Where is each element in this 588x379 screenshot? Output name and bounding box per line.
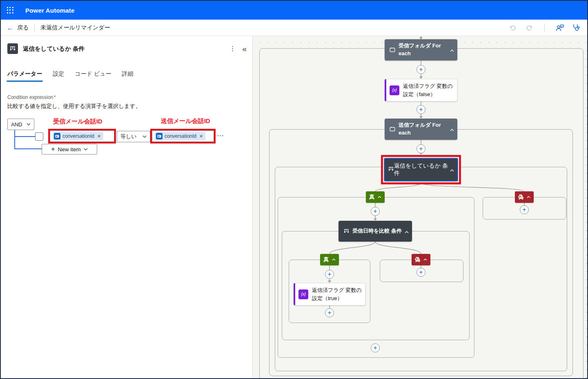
panel-tabs: パラメーター 設定 コード ビュー 詳細 (7, 70, 134, 82)
copilot-button[interactable] (553, 22, 567, 34)
toolbar-divider (34, 23, 35, 32)
node-condition-datetime[interactable]: 受信日時を比較 条件 (339, 221, 412, 242)
right-operand-field[interactable]: conversationId ✕ (152, 130, 214, 142)
app-launcher-button[interactable] (1, 1, 20, 20)
tab-settings[interactable]: 設定 (53, 70, 64, 82)
conversationid-token[interactable]: conversationId ✕ (155, 132, 205, 140)
collapse-branch-chevron-icon (378, 196, 381, 198)
variable-icon: {x} (390, 85, 399, 95)
plus-icon: + (51, 146, 55, 153)
conversationid-token[interactable]: conversationId ✕ (53, 132, 103, 140)
stethoscope-icon (572, 24, 580, 31)
tab-code-view[interactable]: コード ビュー (75, 70, 111, 82)
annotation-box-left-operand: conversationId ✕ (48, 129, 116, 144)
action-properties-panel: 返信をしているか 条件 ⋮ « パラメーター 設定 コード ビュー 詳細 Con… (1, 36, 253, 378)
condition-row-checkbox[interactable] (35, 132, 43, 141)
collapse-node-chevron-icon[interactable] (450, 126, 454, 132)
undo-icon (509, 25, 517, 31)
flow-designer-canvas[interactable]: + + + + + + + + + 受信フォルダ For each (253, 36, 587, 378)
builder-tree-line (14, 148, 42, 149)
more-actions-button[interactable]: ⋮ (229, 45, 236, 52)
tab-about[interactable]: 詳細 (122, 70, 134, 82)
condition-expression-label: Condition expression* (7, 94, 56, 100)
collapse-node-chevron-icon[interactable] (450, 47, 454, 53)
collapse-branch-chevron-icon (527, 196, 530, 198)
tab-parameters[interactable]: パラメーター (7, 70, 42, 82)
toolbar-divider (544, 23, 545, 32)
left-operand-field[interactable]: conversationId ✕ (50, 130, 114, 142)
condition-description: 比較する値を指定し、使用する演算子を選択します。 (7, 103, 141, 110)
collapse-branch-chevron-icon (332, 258, 336, 261)
chevron-down-icon (143, 135, 147, 138)
annotation-box-condition-reply: 返信をしているか 条件 (381, 155, 461, 184)
variable-icon: {x} (298, 289, 308, 299)
app-window: Power Automate ← 戻る 未返信メールリマインダー (0, 0, 588, 379)
outlook-icon (54, 133, 60, 139)
app-title: Power Automate (25, 7, 75, 14)
undo-button[interactable] (506, 22, 520, 34)
group-operator-dropdown[interactable]: AND (7, 119, 34, 130)
true-branch-badge[interactable]: 真 (366, 191, 385, 203)
chevron-down-icon (84, 148, 88, 150)
insert-step-button[interactable]: + (416, 105, 425, 114)
inner-true-branch-badge[interactable]: 真 (320, 254, 339, 265)
redo-button[interactable] (522, 22, 536, 34)
node-foreach-inbox[interactable]: 受信フォルダ For each (385, 39, 457, 61)
collapse-panel-button[interactable]: « (242, 45, 247, 53)
flow-checker-button[interactable] (569, 22, 583, 34)
builder-tree-line (14, 136, 35, 137)
waffle-icon (7, 7, 14, 14)
insert-step-button[interactable]: + (371, 207, 380, 216)
redo-icon (526, 25, 533, 31)
foreach-loop-icon (388, 127, 397, 132)
annotation-box-right-operand: conversationId ✕ (150, 129, 216, 144)
condition-icon (342, 229, 351, 234)
insert-step-button[interactable]: + (520, 205, 529, 214)
top-app-bar: Power Automate (1, 1, 587, 20)
new-item-button[interactable]: + New item (42, 144, 97, 155)
flow-toolbar: ← 戻る 未返信メールリマインダー (1, 20, 587, 36)
annotation-sent-mail-conversation-id: 送信メール会話ID (161, 117, 210, 125)
collapse-node-chevron-icon[interactable] (450, 166, 454, 173)
insert-step-button[interactable]: + (325, 308, 334, 317)
operator-dropdown[interactable]: 等しい (117, 131, 150, 142)
node-foreach-sent[interactable]: 送信フォルダ For each (385, 119, 457, 140)
false-branch-badge[interactable]: 偽 (515, 191, 534, 203)
insert-step-button[interactable]: + (416, 144, 425, 153)
node-set-variable-true[interactable]: {x} 返信済フラグ 変数の設定（true） (294, 283, 365, 305)
remove-token-icon[interactable]: ✕ (97, 134, 101, 139)
insert-step-button[interactable]: + (416, 268, 425, 277)
builder-tree-line (14, 130, 15, 149)
back-button[interactable]: ← 戻る (7, 24, 29, 31)
insert-step-button[interactable]: + (325, 270, 334, 279)
flow-title-breadcrumb: 未返信メールリマインダー (40, 24, 110, 31)
condition-action-icon (7, 43, 18, 54)
back-arrow-icon: ← (7, 24, 14, 31)
copilot-person-chat-icon (556, 24, 564, 31)
panel-title: 返信をしているか 条件 (23, 45, 85, 53)
inner-false-branch-badge[interactable]: 偽 (412, 254, 430, 265)
annotation-received-mail-conversation-id: 受信メール会話ID (53, 118, 102, 126)
node-condition-reply[interactable]: 返信をしているか 条件 (384, 158, 458, 182)
foreach-loop-icon (388, 47, 397, 52)
row-more-options[interactable]: ··· (217, 132, 224, 139)
chevron-down-icon (27, 123, 31, 126)
insert-step-button[interactable]: + (371, 343, 380, 352)
collapse-node-chevron-icon[interactable] (405, 228, 409, 235)
outlook-icon (156, 133, 163, 139)
node-set-variable-false[interactable]: {x} 返信済フラグ 変数の設定（false） (385, 79, 457, 101)
insert-step-button[interactable]: + (416, 65, 425, 74)
collapse-branch-chevron-icon (423, 258, 427, 261)
condition-icon (388, 166, 394, 173)
remove-token-icon[interactable]: ✕ (199, 134, 203, 139)
